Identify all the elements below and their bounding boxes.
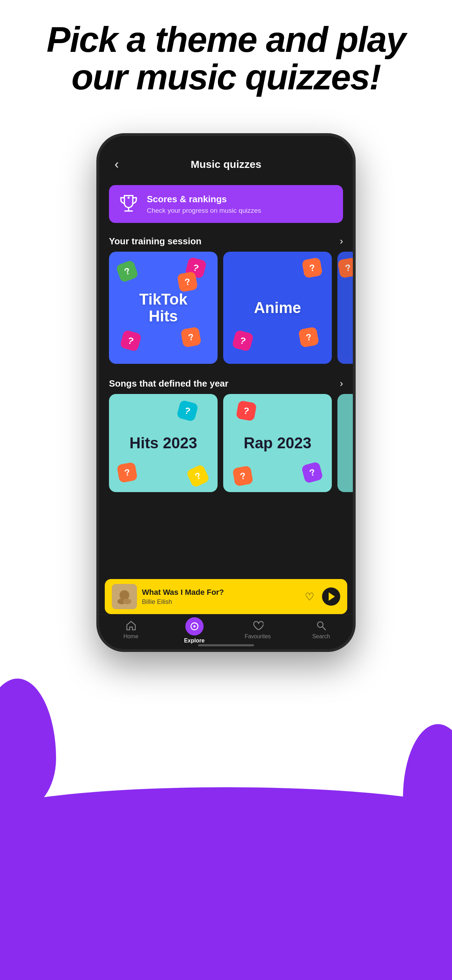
cube-red-1: ? (236, 400, 257, 421)
svg-point-2 (127, 197, 130, 199)
cube-purple-1: ? (301, 461, 323, 484)
now-playing-info: What Was I Made For? Billie Eilish (142, 588, 297, 606)
training-section-header[interactable]: Your training session › (99, 230, 353, 252)
rap-2023-label: Rap 2023 (244, 434, 311, 452)
home-icon (126, 620, 137, 631)
explore-icon-wrapper (185, 617, 204, 635)
year-section-title: Songs that defined the year (109, 378, 228, 389)
bottom-navigation: Home Explore (99, 614, 353, 649)
cube-pink-3: ? (232, 329, 254, 352)
trophy-icon (118, 193, 140, 215)
chevron-right-icon: › (340, 235, 343, 247)
phone-notch (194, 136, 258, 149)
background-blob-right (403, 724, 452, 847)
hero-title: Pick a theme and play our music quizzes! (0, 21, 452, 96)
svg-point-4 (119, 590, 129, 600)
now-playing-artist: Billie Eilish (142, 598, 297, 606)
cube-green-1: ? (116, 260, 139, 283)
cube-orange-3: ? (302, 257, 323, 278)
nav-favourites-label: Favourites (245, 633, 271, 640)
cube-orange-1: ? (177, 271, 198, 292)
explore-icon (189, 621, 199, 631)
nav-explore-label: Explore (184, 638, 205, 644)
svg-point-8 (193, 625, 196, 627)
nav-search-label: Search (312, 633, 330, 640)
hits-2023-label: Hits 2023 (129, 434, 197, 452)
tiktok-card-label: TikTokHits (139, 291, 188, 325)
nav-explore[interactable]: Explore (162, 619, 226, 644)
nav-home-label: Home (123, 633, 138, 640)
partial-card-hint-2 (337, 394, 353, 492)
nav-favourites[interactable]: Favourites (226, 619, 290, 640)
back-button[interactable]: ‹ (112, 154, 122, 175)
screen-title: Music quizzes (191, 158, 261, 170)
cube-orange-4: ? (298, 327, 319, 348)
cube-orange-7: ? (232, 466, 253, 487)
year-cards-row: ? ? ? Hits 2023 ? ? ? Rap 2023 (99, 394, 353, 501)
tiktok-hits-card[interactable]: ? ? ? ? ? TikTokHits (109, 252, 218, 364)
search-icon (316, 620, 327, 631)
favourite-button[interactable]: ♡ (302, 588, 317, 606)
svg-line-11 (322, 627, 326, 630)
anime-card-label: Anime (254, 299, 301, 316)
favourites-icon (252, 620, 264, 631)
hits-2023-card[interactable]: ? ? ? Hits 2023 (109, 394, 218, 492)
svg-point-6 (123, 599, 131, 604)
scores-subtitle: Check your progress on music quizzes (147, 207, 334, 215)
chevron-right-icon-2: › (340, 378, 343, 389)
training-cards-row: ? ? ? ? ? TikTokHits ? ? ? Anime ? (99, 252, 353, 372)
background-blob-left (0, 679, 56, 812)
now-playing-title: What Was I Made For? (142, 588, 297, 597)
training-section-title: Your training session (109, 236, 202, 247)
cube-orange-2: ? (180, 327, 202, 348)
rap-2023-card[interactable]: ? ? ? Rap 2023 (223, 394, 332, 492)
nav-home[interactable]: Home (99, 619, 162, 640)
phone-screen: ‹ Music quizzes Scores & rankings Check … (99, 136, 353, 649)
phone-mockup: ‹ Music quizzes Scores & rankings Check … (96, 133, 356, 652)
anime-card[interactable]: ? ? ? Anime (223, 252, 332, 364)
cube-orange-6: ? (117, 462, 138, 483)
scores-banner[interactable]: Scores & rankings Check your progress on… (109, 185, 343, 223)
nav-search[interactable]: Search (290, 619, 353, 640)
home-indicator (198, 644, 254, 646)
partial-card-hint: ? (337, 252, 353, 364)
cube-pink-2: ? (119, 329, 142, 352)
cube-orange-5: ? (337, 257, 353, 278)
scores-text: Scores & rankings Check your progress on… (147, 194, 334, 215)
play-button[interactable] (322, 587, 340, 606)
album-art (112, 584, 137, 609)
scores-title: Scores & rankings (147, 194, 334, 205)
cube-teal-1: ? (176, 399, 199, 422)
cube-yellow-1: ? (186, 464, 210, 488)
year-section-header[interactable]: Songs that defined the year › (99, 372, 353, 394)
background-blob-curve (0, 787, 452, 858)
now-playing-bar[interactable]: What Was I Made For? Billie Eilish ♡ (105, 579, 347, 614)
phone-screen-container: ‹ Music quizzes Scores & rankings Check … (96, 133, 356, 652)
play-icon (329, 592, 335, 601)
